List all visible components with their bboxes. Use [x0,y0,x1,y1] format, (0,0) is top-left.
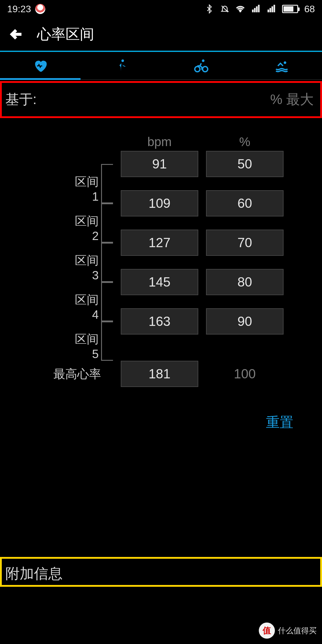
zone-3-label: 区间3 [63,253,99,283]
zone-5-bracket [101,321,113,361]
signal-2-icon [267,4,276,14]
zone-2-label: 区间2 [63,213,99,243]
zone-bpm-input-3[interactable]: 145 [121,269,198,295]
battery-level: 68 [304,4,315,15]
zone-pct-input-3[interactable]: 80 [206,269,284,295]
tab-heart[interactable] [0,52,80,79]
zone-4-label: 区间4 [63,292,99,322]
bpm-column: 91 109 127 145 163 181 [121,151,198,401]
col-header-bpm: bpm [121,131,198,151]
activity-tabs [0,52,322,80]
watermark: 值 什么值得买 [259,623,317,639]
back-button[interactable] [8,26,25,43]
battery-icon [282,5,298,13]
zone-pct-input-4[interactable]: 90 [206,308,284,335]
svg-point-3 [202,59,205,62]
zone-bpm-input-4[interactable]: 163 [121,308,198,335]
pct-column: 50 60 70 80 90 100 [206,151,284,401]
wifi-icon [236,4,245,14]
zone-pct-input-2[interactable]: 70 [206,230,284,256]
tab-cycling[interactable] [161,52,242,79]
reset-button[interactable]: 重置 [13,401,309,438]
tab-running[interactable] [80,52,161,79]
swimming-icon [274,58,290,74]
running-icon [113,58,129,74]
max-hr-pct-value: 100 [206,361,284,387]
watermark-icon: 值 [259,623,275,639]
zone-pct-input-1[interactable]: 60 [206,190,284,216]
back-arrow-icon [10,27,24,41]
tab-swimming[interactable] [242,52,322,79]
svg-point-2 [202,66,208,72]
signal-1-icon [251,4,261,14]
status-time: 19:23 [7,4,31,15]
based-on-row[interactable]: 基于: % 最大 [0,81,322,118]
zone-bpm-input-2[interactable]: 127 [121,230,198,256]
heart-icon [32,58,48,74]
col-header-pct: % [206,131,284,151]
additional-info-label: 附加信息 [5,564,63,583]
cycling-icon [193,58,209,74]
additional-info-section[interactable]: 附加信息 [0,557,322,587]
zone-3-bracket [101,243,113,282]
zone-bpm-input-1[interactable]: 109 [121,190,198,216]
dnd-icon [220,4,230,14]
svg-point-1 [195,66,200,72]
zone-pct-input-0[interactable]: 50 [206,151,284,177]
max-hr-label: 最高心率 [53,361,107,387]
zone-bpm-input-0[interactable]: 91 [121,151,198,177]
bluetooth-icon [205,4,214,14]
svg-point-0 [121,59,124,62]
page-title: 心率区间 [37,25,94,44]
svg-point-4 [284,61,287,64]
app-avatar-icon [35,4,45,14]
zone-5-label: 区间5 [63,332,99,361]
zone-1-label: 区间1 [63,174,99,204]
app-bar: 心率区间 [0,18,322,51]
zone-4-bracket [101,282,113,321]
zones-section: bpm % 区间1 区间2 区间3 区间4 区间5 最高心率 91 109 12… [0,118,322,438]
zone-2-bracket [101,203,113,243]
zone-labels-column: 区间1 区间2 区间3 区间4 区间5 最高心率 [38,151,113,401]
based-on-value: % 最大 [270,90,314,109]
based-on-label: 基于: [5,90,37,109]
status-bar: 19:23 68 [0,0,322,18]
watermark-text: 什么值得买 [278,626,317,636]
zone-1-bracket [101,164,113,203]
max-hr-bpm-input[interactable]: 181 [121,361,198,387]
